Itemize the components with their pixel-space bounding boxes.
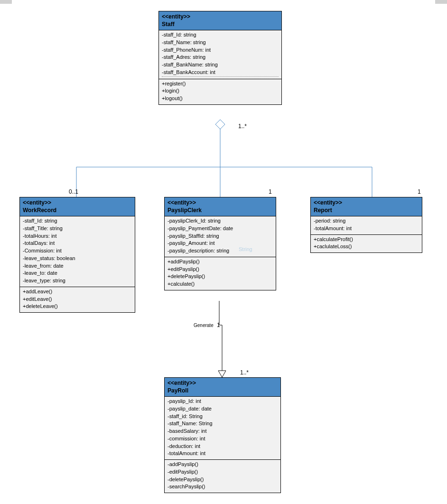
operations: +register() +login() +logout(): [159, 79, 281, 104]
class-header: <<entity>> PayRoll: [165, 378, 280, 397]
attributes: -staff_Id: string -staff_Title: string -…: [20, 216, 135, 287]
operations: +calculateProfit() +caclulateLoss(): [311, 235, 422, 253]
multiplicity-report: 1: [418, 188, 421, 195]
stereotype: <<entity>>: [168, 380, 278, 387]
corner-marker: [0, 0, 12, 4]
attributes: -payslipClerk_Id: string -payslip_Paymen…: [165, 216, 276, 257]
class-header: <<entity>> Report: [311, 197, 422, 216]
class-name: WorkRecord: [23, 207, 132, 215]
attributes: -staff_Id: string -staff_Name: string -s…: [159, 30, 281, 79]
operations: +addPayslip() +editPayslip() +deletePays…: [165, 257, 276, 290]
class-name: PayRoll: [168, 387, 278, 395]
multiplicity-payslipclerk: 1: [269, 188, 272, 195]
stereotype: <<entity>>: [314, 199, 419, 207]
class-name: Staff: [162, 21, 279, 28]
class-name: PayslipClerk: [168, 207, 273, 215]
class-payslipclerk[interactable]: <<entity>> PayslipClerk -payslipClerk_Id…: [164, 197, 276, 290]
stereotype: <<entity>>: [162, 13, 279, 21]
multiplicity-workrecord: 0..1: [69, 188, 78, 195]
class-header: <<entity>> PayslipClerk: [165, 197, 276, 216]
class-header: <<entity>> Staff: [159, 11, 281, 30]
class-report[interactable]: <<entity>> Report -period: string -total…: [310, 197, 422, 253]
stereotype: <<entity>>: [168, 199, 273, 207]
corner-marker: [435, 0, 447, 4]
class-workrecord[interactable]: <<entity>> WorkRecord -staff_Id: string …: [19, 197, 135, 313]
multiplicity-staff: 1..*: [238, 123, 247, 130]
class-staff[interactable]: <<entity>> Staff -staff_Id: string -staf…: [158, 11, 282, 105]
class-payroll[interactable]: <<entity>> PayRoll -payslip_Id: int -pay…: [164, 377, 281, 493]
operations: -addPayslip() -editPayslip() -deletePays…: [165, 460, 280, 493]
stereotype: <<entity>>: [23, 199, 132, 207]
class-header: <<entity>> WorkRecord: [20, 197, 135, 216]
attributes: -payslip_Id: int -payslip_date: date -st…: [165, 397, 280, 460]
multiplicity-generate-top: 1: [217, 322, 220, 328]
multiplicity-generate-bottom: 1..*: [240, 369, 249, 376]
attributes: -period: string -totalAmount: int: [311, 216, 422, 235]
svg-marker-9: [218, 371, 226, 377]
association-label-generate: Generate: [194, 323, 214, 328]
svg-marker-0: [215, 120, 225, 129]
class-name: Report: [314, 207, 419, 215]
operations: +addLeave() +editLeave() +deleteLeave(): [20, 287, 135, 312]
